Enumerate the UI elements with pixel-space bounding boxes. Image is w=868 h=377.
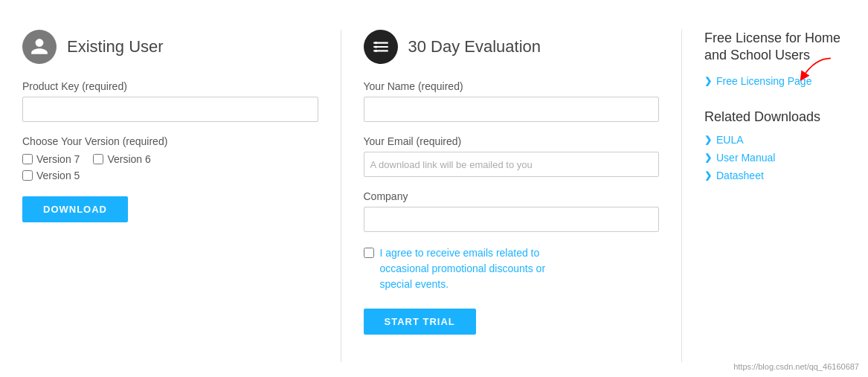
version6-checkbox-label[interactable]: Version 6: [93, 153, 150, 165]
evaluation-title: 30 Day Evaluation: [408, 37, 541, 57]
version6-label: Version 6: [107, 153, 150, 165]
start-trial-button[interactable]: START TRIAL: [364, 309, 476, 335]
agree-row: I agree to receive emails related to occ…: [364, 245, 572, 292]
existing-user-section: Existing User Product Key (required) Cho…: [22, 30, 341, 362]
name-label: Your Name (required): [364, 80, 660, 92]
svg-point-0: [374, 42, 376, 44]
sidebar-section: Free License for Home and School Users ❯…: [682, 30, 846, 362]
email-input[interactable]: [364, 152, 660, 177]
eula-chevron: ❯: [704, 135, 712, 145]
version5-checkbox[interactable]: [22, 170, 33, 181]
product-key-group: Product Key (required): [22, 80, 318, 122]
free-license-chevron: ❯: [704, 76, 712, 86]
agree-checkbox[interactable]: [364, 248, 374, 258]
user-manual-text: User Manual: [716, 152, 775, 164]
version7-checkbox-label[interactable]: Version 7: [22, 153, 80, 165]
free-license-link-text: Free Licensing Page: [716, 75, 811, 87]
version5-label: Version 5: [36, 170, 80, 181]
user-manual-link[interactable]: ❯ User Manual: [704, 152, 846, 164]
company-input[interactable]: [364, 207, 660, 232]
existing-user-title: Existing User: [67, 37, 164, 57]
free-license-link-container: ❯ Free Licensing Page: [704, 75, 811, 93]
free-license-title: Free License for Home and School Users: [704, 30, 846, 65]
version-row-2: Version 5: [22, 170, 318, 181]
free-licensing-page-link[interactable]: ❯ Free Licensing Page: [704, 75, 811, 87]
company-label: Company: [364, 190, 660, 202]
company-group: Company: [364, 190, 660, 232]
email-label: Your Email (required): [364, 135, 660, 147]
evaluation-section: 30 Day Evaluation Your Name (required) Y…: [341, 30, 683, 362]
footer-url: https://blog.csdn.net/qq_46160687: [733, 362, 859, 371]
datasheet-text: Datasheet: [716, 170, 764, 181]
existing-user-icon: [22, 30, 57, 64]
agree-text: I agree to receive emails related to occ…: [380, 245, 572, 292]
user-manual-chevron: ❯: [704, 152, 712, 163]
existing-user-header: Existing User: [22, 30, 318, 64]
version-group: Choose Your Version (required) Version 7…: [22, 135, 318, 181]
version6-checkbox[interactable]: [93, 154, 103, 164]
svg-point-1: [374, 45, 376, 48]
version7-checkbox[interactable]: [22, 154, 33, 164]
product-key-input[interactable]: [22, 97, 318, 122]
related-downloads-title: Related Downloads: [704, 109, 846, 125]
version5-checkbox-label[interactable]: Version 5: [22, 170, 80, 181]
evaluation-header: 30 Day Evaluation: [364, 30, 660, 64]
version-label: Choose Your Version (required): [22, 135, 318, 147]
version7-label: Version 7: [36, 153, 80, 165]
svg-point-2: [374, 50, 376, 52]
eula-text: EULA: [716, 134, 744, 146]
download-button[interactable]: DOWNLOAD: [22, 196, 128, 222]
datasheet-link[interactable]: ❯ Datasheet: [704, 170, 846, 181]
evaluation-icon: [364, 30, 398, 64]
product-key-label: Product Key (required): [22, 80, 318, 92]
datasheet-chevron: ❯: [704, 170, 712, 181]
name-group: Your Name (required): [364, 80, 660, 122]
name-input[interactable]: [364, 97, 660, 122]
email-group: Your Email (required): [364, 135, 660, 177]
eula-link[interactable]: ❯ EULA: [704, 134, 846, 146]
version-row-1: Version 7 Version 6: [22, 153, 318, 165]
